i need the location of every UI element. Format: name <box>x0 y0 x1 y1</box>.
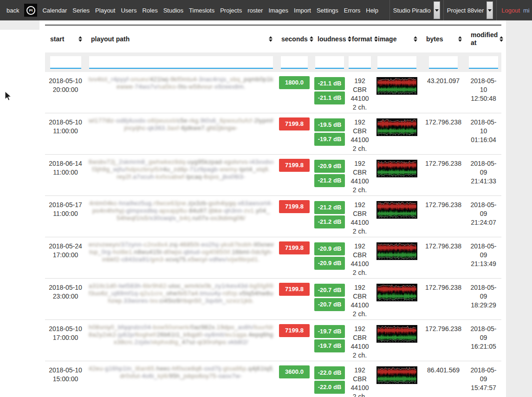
filter-input-start[interactable] <box>50 56 81 69</box>
filter-input-path[interactable] <box>89 56 273 69</box>
filter-input-image[interactable] <box>377 56 416 69</box>
redacted-path-text: tvv4tct_r4pyyf-onuev/421lwj-9kf0mtu4-3na… <box>89 76 273 83</box>
filter-input-modified[interactable] <box>469 56 498 69</box>
waveform-thumbnail[interactable] <box>376 77 417 95</box>
logout-button[interactable]: Logout <box>496 0 523 20</box>
waveform-thumbnail[interactable] <box>376 160 417 177</box>
column-header-modified[interactable]: modified at <box>466 27 501 51</box>
column-header-bytes[interactable]: bytes <box>421 32 466 47</box>
column-header-loudness[interactable]: loudness <box>312 32 347 47</box>
start-date: 2018-05-10 <box>46 366 84 375</box>
format-line: 44100 <box>348 94 371 103</box>
filter-input-loudness[interactable] <box>315 56 344 69</box>
filter-cell-path <box>86 52 276 72</box>
format-line: 2 ch. <box>348 268 371 277</box>
column-header-start[interactable]: start <box>45 32 86 47</box>
cell-start: 2018-06-14 11:00:00 <box>45 158 86 178</box>
table-row: 2018-05-10 23:00:00 a31tlc1d0-lwt583h-6b… <box>45 279 501 320</box>
modified-date: 2018-05-09 <box>467 366 500 384</box>
cell-bytes: 172.796.238 <box>421 158 466 169</box>
redacted-path-text: 6wsbv72j_2skmrm8_gwhwkez8dq-uyg95kzpad-x… <box>89 158 273 166</box>
nav-item-import[interactable]: Import <box>291 0 314 20</box>
cell-modified: 2018-05-10 01:16:04 <box>466 117 501 145</box>
table-row: 2018-05-10 17:00:00 h08sniy0_bfqqndzc04-… <box>45 320 501 361</box>
cell-playout-path: wl177t8z-od8j4uvdx-o6ljwusxli/c5e-rkg.9t… <box>86 117 276 132</box>
column-label: start <box>50 35 77 43</box>
modified-time: 21:41:33 <box>467 177 500 186</box>
format-line: 44100 <box>348 384 371 392</box>
redacted-path-text: f3uo6z_uj69mf1q-q2u1crx_ohe/bi57a4.tmuu4… <box>89 290 273 297</box>
cell-seconds: 7199.8 <box>276 241 312 255</box>
sort-icon <box>269 36 272 42</box>
seconds-badge: 7199.8 <box>279 324 310 337</box>
redacted-path-text: enzvzeeyn/37zynn-c2nx8x4.zsj-46850t-eo2f… <box>89 241 273 248</box>
column-header-image[interactable]: image <box>373 32 421 47</box>
filter-input-bytes[interactable] <box>429 56 458 69</box>
waveform-thumbnail[interactable] <box>376 242 417 260</box>
dropdown-arrow-icon <box>487 1 493 19</box>
cell-bytes: 172.796.238 <box>421 282 466 293</box>
cell-playout-path: tvv4tct_r4pyyf-onuev/421lwj-9kf0mtu4-3na… <box>86 75 276 91</box>
cell-image <box>373 199 421 222</box>
start-time: 20:00:00 <box>46 85 84 94</box>
cell-start: 2018-05-24 17:00:00 <box>45 241 86 260</box>
piradio-logo-icon[interactable]: PI <box>24 4 37 17</box>
start-date: 2018-06-14 <box>46 159 84 168</box>
filter-cell-loudness <box>312 52 347 72</box>
nav-left-group: back PI CalendarSeriesPlayoutUsersRolesS… <box>4 0 381 20</box>
waveform-thumbnail[interactable] <box>376 284 417 301</box>
column-header-seconds[interactable]: seconds <box>276 32 312 47</box>
format-line: 2 ch. <box>348 186 371 195</box>
studio-select[interactable]: Studio Piradio <box>389 0 443 20</box>
redacted-path-text: tsp_0rg-hol8e1.n8wu415t-d0wjsi.qbtud-og4… <box>89 248 273 256</box>
column-label: bytes <box>426 35 456 43</box>
waveform-thumbnail[interactable] <box>376 366 417 384</box>
back-button[interactable]: back <box>4 0 22 20</box>
start-time: 17:00:00 <box>46 251 84 260</box>
cell-loudness: -20.9 dB-20.9 dB <box>312 241 347 271</box>
format-line: 2 ch. <box>348 103 371 112</box>
redacted-path-text: rey2f.a7ocuh-kxfxsabwf-lpcaq-6sjvo_jbo06… <box>89 173 273 181</box>
cell-seconds: 7199.8 <box>276 158 312 173</box>
waveform-thumbnail[interactable] <box>376 325 417 343</box>
nav-item-help[interactable]: Help <box>363 0 381 20</box>
format-line: 44100 <box>348 136 371 144</box>
waveform-thumbnail[interactable] <box>376 201 417 219</box>
redacted-path-text: 8a2y2xk2-jy82p/6oghef/26b61t1_k6qjd0-oy8… <box>89 331 273 338</box>
filter-input-format[interactable] <box>349 56 371 69</box>
filter-cell-seconds <box>276 52 312 72</box>
cell-loudness: -20.7 dB-20.7 dB <box>312 282 347 312</box>
column-header-path[interactable]: playout path <box>86 32 276 47</box>
format-line: 2 ch. <box>348 310 371 319</box>
format-line: 44100 <box>348 301 371 310</box>
cell-start: 2018-05-17 11:00:00 <box>45 199 86 219</box>
column-header-format[interactable]: format <box>347 32 373 47</box>
project-select[interactable]: Project 88vier <box>443 0 496 20</box>
filter-cell-modified <box>466 52 501 72</box>
cell-seconds: 1800.0 <box>276 75 312 90</box>
column-label: playout path <box>91 35 267 43</box>
nav-item-roles[interactable]: Roles <box>139 0 160 20</box>
nav-item-series[interactable]: Series <box>70 0 92 20</box>
loudness-badge: -20.9 dB <box>314 242 345 255</box>
filter-input-seconds[interactable] <box>281 56 308 69</box>
modified-date: 2018-05-09 <box>467 325 500 342</box>
waveform-thumbnail[interactable] <box>376 118 417 136</box>
cell-seconds: 7199.8 <box>276 117 312 131</box>
filter-cell-image <box>373 52 421 72</box>
nav-item-settings[interactable]: Settings <box>314 0 341 20</box>
nav-item-projects[interactable]: Projects <box>217 0 245 20</box>
nav-item-roster[interactable]: roster <box>245 0 266 20</box>
nav-item-playout[interactable]: Playout <box>92 0 118 20</box>
nav-item-images[interactable]: Images <box>266 0 291 20</box>
redacted-path-text: h08sniy0_bfqqndzc04-bow50onwrk/0az982x.1… <box>89 324 273 331</box>
modified-time: 21:24:07 <box>467 218 500 227</box>
format-line: 192 CBR <box>348 283 371 301</box>
sort-icon <box>414 36 417 42</box>
nav-item-studios[interactable]: Studios <box>161 0 186 20</box>
nav-item-calendar[interactable]: Calendar <box>39 0 70 20</box>
nav-item-users[interactable]: Users <box>118 0 139 20</box>
nav-item-timeslots[interactable]: Timeslots <box>186 0 217 20</box>
start-time: 11:00:00 <box>46 168 84 177</box>
nav-item-errors[interactable]: Errors <box>341 0 363 20</box>
